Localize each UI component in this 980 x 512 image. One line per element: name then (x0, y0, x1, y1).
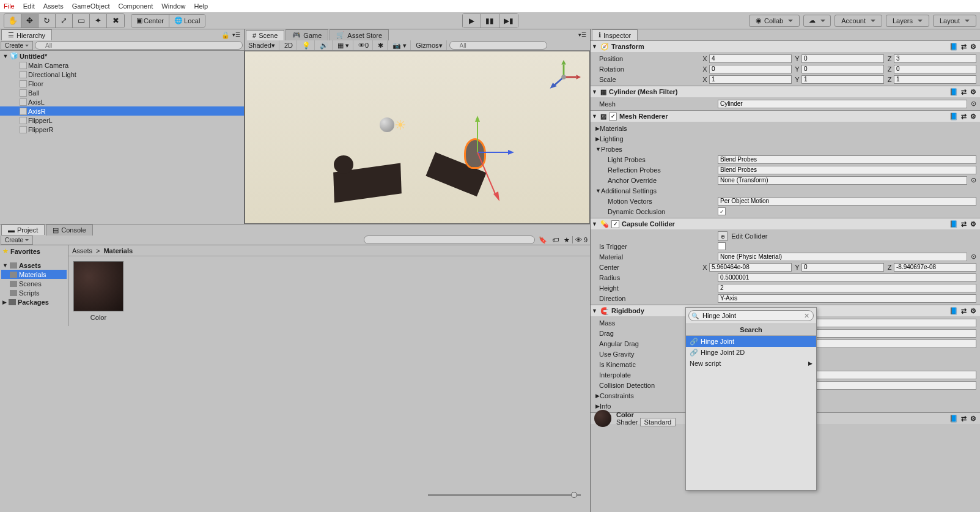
clear-search-icon[interactable]: ✕ (804, 312, 809, 320)
scl-z-input[interactable] (894, 75, 976, 84)
hierarchy-tab[interactable]: ☰ Hierarchy (1, 29, 52, 40)
gizmos-dropdown[interactable]: Gizmos ▾ (412, 40, 446, 50)
scene-menu-icon[interactable]: ▾☰ (578, 32, 586, 38)
anchor-input[interactable] (718, 176, 967, 185)
breadcrumb-materials[interactable]: Materials (103, 247, 133, 254)
pos-z-input[interactable] (894, 54, 976, 63)
hierarchy-item[interactable]: Directional Light (0, 70, 244, 79)
hidden-toggle[interactable]: 👁0 (355, 40, 373, 50)
gear-icon[interactable]: ⚙ (969, 88, 978, 96)
center-x-input[interactable] (709, 263, 792, 272)
multi-tool[interactable]: ✦ (90, 14, 107, 28)
radius-input[interactable] (718, 273, 976, 282)
custom-tool[interactable]: ✖ (107, 14, 124, 28)
scene-search-input[interactable] (449, 41, 547, 50)
orientation-gizmo-icon[interactable] (547, 60, 581, 94)
dynocc-checkbox[interactable]: ✓ (718, 207, 726, 215)
hierarchy-lock-icon[interactable]: 🔒 (221, 31, 230, 39)
rot-y-input[interactable] (801, 65, 884, 73)
menu-assets[interactable]: Assets (43, 2, 64, 10)
asset-store-tab[interactable]: 🛒 Asset Store (330, 29, 389, 40)
gear-icon[interactable]: ⚙ (969, 415, 978, 423)
scenes-folder[interactable]: Scenes (1, 279, 67, 288)
scale-tool[interactable]: ⤢ (56, 14, 73, 28)
pivot-center-toggle[interactable]: ▣ Center (131, 15, 169, 27)
help-icon[interactable]: 📘 (949, 307, 958, 315)
preset-icon[interactable]: ⇄ (959, 415, 968, 423)
hierarchy-item-selected[interactable]: AxisR (0, 106, 244, 116)
step-button[interactable]: ▶▮ (499, 14, 518, 28)
gear-icon[interactable]: ⚙ (969, 113, 978, 121)
console-tab[interactable]: ▤ Console (46, 224, 92, 236)
picker-icon[interactable]: ⊙ (971, 176, 976, 184)
rotate-tool[interactable]: ↻ (39, 14, 56, 28)
gear-icon[interactable]: ⚙ (969, 220, 978, 228)
menu-component[interactable]: Component (118, 2, 153, 10)
meshrenderer-header[interactable]: ▼▨ ✓ Mesh Renderer📘⇄⚙ (591, 111, 980, 122)
preset-icon[interactable]: ⇄ (959, 88, 968, 96)
breadcrumb-assets[interactable]: Assets (72, 247, 92, 254)
hand-tool[interactable]: ✋ (4, 14, 21, 28)
layout-dropdown[interactable]: Layout (933, 15, 976, 27)
help-icon[interactable]: 📘 (949, 43, 958, 51)
packages-folder[interactable]: ▶Packages (1, 297, 67, 306)
materials-foldout[interactable]: ▶Materials (595, 123, 980, 133)
preset-icon[interactable]: ⇄ (959, 43, 968, 51)
scene-viewport[interactable]: ☀ (245, 51, 590, 224)
probes-foldout[interactable]: ▼Probes (595, 144, 980, 154)
light-toggle[interactable]: 💡 (298, 40, 315, 50)
search-filter-icon[interactable]: 🔖 (536, 236, 550, 244)
lighting-foldout[interactable]: ▶Lighting (595, 133, 980, 144)
help-icon[interactable]: 📘 (949, 113, 958, 121)
game-tab[interactable]: 🎮 Game (286, 29, 328, 40)
additional-foldout[interactable]: ▼Additional Settings (595, 185, 980, 196)
preset-icon[interactable]: ⇄ (959, 113, 968, 121)
transform-header[interactable]: ▼🧭 Transform📘⇄⚙ (591, 41, 980, 52)
menu-help[interactable]: Help (194, 2, 208, 10)
help-icon[interactable]: 📘 (949, 415, 958, 423)
search-result-new-script[interactable]: New script▶ (686, 358, 816, 369)
asset-item[interactable]: Color (73, 261, 123, 321)
hierarchy-item[interactable]: Ball (0, 88, 244, 97)
collab-dropdown[interactable]: ◉ Collab (749, 15, 800, 27)
center-z-input[interactable] (894, 263, 976, 272)
pos-x-input[interactable] (709, 54, 792, 63)
hierarchy-item[interactable]: Floor (0, 79, 244, 88)
reflprobes-dropdown[interactable] (718, 166, 976, 174)
2d-toggle[interactable]: 2D (281, 40, 297, 50)
assets-folder[interactable]: ▼Assets (1, 261, 67, 270)
search-type-icon[interactable]: 🏷 (550, 236, 561, 243)
motionvec-dropdown[interactable] (718, 197, 976, 206)
hierarchy-item[interactable]: Main Camera (0, 61, 244, 70)
menu-file[interactable]: File (4, 2, 15, 10)
menu-window[interactable]: Window (161, 2, 185, 10)
cloud-button[interactable]: ☁ (803, 15, 831, 27)
search-result-hinge-joint[interactable]: 🔗 Hinge Joint (686, 336, 816, 347)
rot-z-input[interactable] (894, 65, 976, 73)
gear-icon[interactable]: ⚙ (969, 307, 978, 315)
hierarchy-item[interactable]: FlipperL (0, 116, 244, 125)
scene-row[interactable]: ▼🧊 Untitled* (0, 51, 244, 61)
hidden-count[interactable]: 👁 9 (572, 236, 590, 243)
account-dropdown[interactable]: Account (834, 15, 882, 27)
menu-gameobject[interactable]: GameObject (72, 2, 110, 10)
center-y-input[interactable] (801, 263, 884, 272)
meshfilter-header[interactable]: ▼▦ Cylinder (Mesh Filter)📘⇄⚙ (591, 86, 980, 97)
hierarchy-menu-icon[interactable]: ▾☰ (232, 32, 240, 38)
help-icon[interactable]: 📘 (949, 220, 958, 228)
hierarchy-item[interactable]: FlipperR (0, 125, 244, 134)
mesh-input[interactable] (718, 100, 967, 108)
pos-y-input[interactable] (801, 54, 884, 63)
hierarchy-create-button[interactable]: Create (1, 41, 33, 50)
shader-dropdown[interactable]: Standard (640, 418, 676, 426)
pivot-local-toggle[interactable]: 🌐 Local (169, 15, 205, 27)
capsule-header[interactable]: ▼💊 ✓ Capsule Collider📘⇄⚙ (591, 218, 980, 229)
materials-folder[interactable]: Materials (1, 270, 67, 279)
component-search-input[interactable] (702, 312, 802, 319)
shading-dropdown[interactable]: Shaded ▾ (245, 40, 279, 50)
scl-y-input[interactable] (801, 75, 884, 84)
project-tab[interactable]: ▬ Project (1, 224, 45, 235)
fx-toggle[interactable]: ▦ ▾ (334, 40, 353, 50)
scripts-folder[interactable]: Scripts (1, 288, 67, 297)
audio-toggle[interactable]: 🔊 (316, 40, 333, 50)
